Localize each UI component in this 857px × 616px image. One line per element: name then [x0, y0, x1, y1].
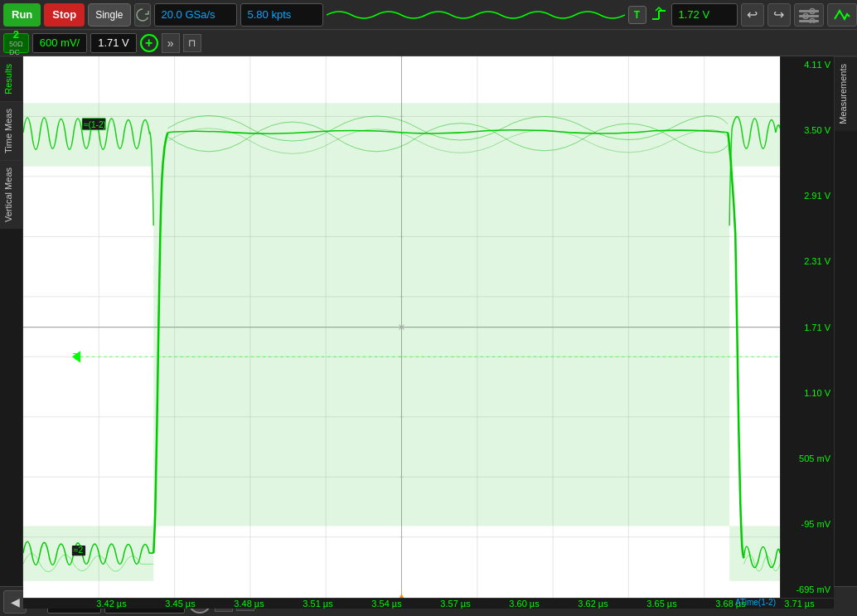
scale-value-6: 1.10 V: [784, 388, 830, 398]
channel-badge[interactable]: 2 50Ω DC: [3, 33, 29, 53]
time-label-1: 3.45 µs: [146, 599, 215, 609]
settings-icon[interactable]: [794, 3, 824, 27]
svg-rect-5: [799, 20, 819, 22]
scale-value-7: 505 mV: [784, 454, 830, 463]
time-label-2: 3.48 µs: [215, 599, 283, 609]
offset-display[interactable]: 1.71 V: [90, 33, 137, 53]
time-label-8: 3.65 µs: [627, 599, 696, 609]
time-marker-label: ATime(1-2): [735, 598, 776, 607]
sidebar-item-vertical-meas[interactable]: Vertical Meas: [0, 160, 22, 229]
sample-pts-display[interactable]: 5.80 kpts: [240, 3, 323, 27]
time-label-5: 3.57 µs: [421, 599, 490, 609]
scale-value-8: -95 mV: [784, 519, 830, 529]
trigger-label: T: [628, 6, 646, 24]
scale-value-4: 2.31 V: [784, 256, 830, 266]
sidebar-item-time-meas[interactable]: Time Meas: [0, 101, 22, 160]
scale-value-3: 2.91 V: [784, 191, 830, 201]
waveform-svg: ≈(1-2) ≈2 T: [23, 56, 780, 598]
chevron-right-button[interactable]: »: [162, 33, 180, 53]
single-button[interactable]: Single: [88, 3, 130, 27]
time-label-0: 3.42 µs: [77, 599, 146, 609]
bookmark-button[interactable]: ⊓: [183, 34, 201, 52]
time-label-4: 3.54 µs: [352, 599, 421, 609]
undo-icon[interactable]: ↩: [741, 3, 764, 27]
run-button[interactable]: Run: [3, 3, 41, 27]
measurements-sidebar: Measurements: [834, 56, 857, 586]
scale-value-1: 4.11 V: [784, 60, 830, 70]
scope-wrapper: ≈(1-2) ≈2 T: [23, 56, 834, 586]
refresh-icon: [134, 3, 151, 27]
svg-text:≈2: ≈2: [74, 546, 84, 555]
trigger-section: T 1.72 V ↩ ↪: [628, 3, 857, 27]
scope-display[interactable]: ≈(1-2) ≈2 T: [23, 56, 780, 598]
time-label-7: 3.62 µs: [559, 599, 627, 609]
add-measurement-button[interactable]: +: [140, 34, 158, 52]
svg-rect-4: [799, 15, 819, 17]
left-sidebar: Results Time Meas Vertical Meas: [0, 56, 23, 586]
trigger-edge-icon: [650, 6, 668, 24]
volts-per-div-display[interactable]: 600 mV/: [32, 33, 87, 53]
trigger-level-display[interactable]: 1.72 V: [671, 3, 738, 27]
trigger-wave-area: [327, 7, 625, 23]
svg-text:≈(1-2): ≈(1-2): [84, 120, 106, 129]
top-toolbar: Run Stop Single 20.0 GSa/s 5.80 kpts T: [0, 0, 857, 30]
autoset-icon[interactable]: [827, 3, 857, 27]
redo-icon[interactable]: ↪: [767, 3, 791, 27]
time-scale: 3.42 µs 3.45 µs 3.48 µs 3.51 µs 3.54 µs …: [23, 598, 834, 609]
scope-and-scale: ≈(1-2) ≈2 T: [23, 56, 834, 598]
sidebar-item-measurements[interactable]: Measurements: [835, 56, 857, 131]
voltage-scale: 4.11 V 3.50 V 2.91 V 2.31 V 1.71 V 1.10 …: [780, 56, 834, 598]
time-label-3: 3.51 µs: [283, 599, 352, 609]
svg-text:T: T: [73, 352, 79, 361]
scale-value-9: -695 mV: [784, 584, 830, 594]
stop-button[interactable]: Stop: [44, 3, 85, 27]
sidebar-item-results[interactable]: Results: [0, 56, 22, 101]
sample-rate-display[interactable]: 20.0 GSa/s: [154, 3, 237, 27]
scale-value-2: 3.50 V: [784, 125, 830, 135]
main-area: Results Time Meas Vertical Meas: [0, 56, 857, 586]
scale-value-5: 1.71 V: [784, 323, 830, 332]
svg-rect-3: [799, 10, 819, 12]
time-label-6: 3.60 µs: [490, 599, 559, 609]
channel-toolbar: 2 50Ω DC 600 mV/ 1.71 V + » ⊓: [0, 30, 857, 56]
